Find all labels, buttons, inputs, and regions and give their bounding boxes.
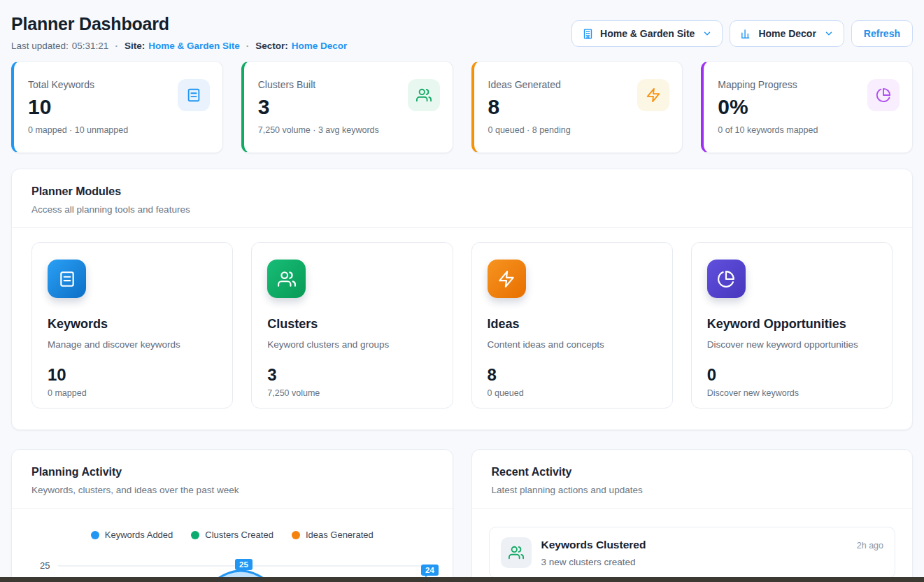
planner-modules-panel: Planner Modules Access all planning tool… (11, 169, 913, 430)
data-point-label: 24 (421, 565, 439, 576)
activity-item-text: Keywords Clustered 2h ago 3 new clusters… (541, 537, 884, 568)
module-description: Keyword clusters and groups (267, 339, 436, 350)
activity-item-title: Keywords Clustered (541, 539, 646, 551)
module-value: 10 (48, 367, 217, 383)
users-icon (408, 79, 440, 111)
site-selector-label: Home & Garden Site (600, 28, 695, 39)
recent-panel-header: Recent Activity Latest planning actions … (472, 450, 913, 508)
pie-chart-icon (707, 260, 746, 298)
chevron-down-icon (702, 29, 712, 38)
module-value: 0 (707, 367, 876, 383)
recent-panel-subtitle: Latest planning actions and updates (492, 484, 893, 496)
site-label: Site: (125, 41, 145, 51)
meta-separator: · (115, 41, 118, 51)
module-card-ideas[interactable]: Ideas Content ideas and concepts 8 0 que… (471, 242, 673, 409)
data-point-label: 25 (235, 559, 253, 570)
stat-card-clusters-built: Clusters Built 3 7,250 volume · 3 avg ke… (241, 61, 453, 153)
module-sub: 7,250 volume (267, 388, 436, 398)
module-value: 8 (488, 367, 657, 383)
module-description: Discover new keyword opportunities (707, 339, 876, 350)
legend-item-clusters-created[interactable]: Clusters Created (191, 530, 273, 540)
module-title: Keyword Opportunities (707, 317, 876, 332)
stat-sub: 7,250 volume · 3 avg keywords (258, 125, 439, 135)
modules-panel-title: Planner Modules (31, 185, 893, 198)
module-card-keyword-opportunities[interactable]: Keyword Opportunities Discover new keywo… (691, 242, 893, 409)
header-left: Planner Dashboard Last updated: 05:31:21… (11, 14, 347, 51)
stat-sub: 0 mapped · 10 unmapped (28, 125, 208, 135)
document-icon (48, 260, 86, 298)
divider (12, 508, 453, 509)
legend-label: Keywords Added (105, 530, 173, 540)
users-icon (501, 537, 532, 568)
legend-label: Ideas Generated (306, 530, 374, 540)
pie-chart-icon (867, 79, 900, 111)
module-description: Content ideas and concepts (488, 339, 657, 350)
header-controls: Home & Garden Site Home Decor Refresh (571, 20, 913, 47)
header-meta: Last updated: 05:31:21 · Site: Home & Ga… (11, 41, 347, 51)
y-axis-tick: 25 (40, 560, 50, 571)
module-title: Ideas (488, 317, 657, 332)
module-description: Manage and discover keywords (48, 339, 217, 350)
legend-dot (191, 531, 199, 539)
module-card-clusters[interactable]: Clusters Keyword clusters and groups 3 7… (251, 242, 453, 409)
recent-activity-panel: Recent Activity Latest planning actions … (471, 449, 914, 582)
meta-separator: · (246, 41, 250, 51)
sector-label: Sector: (255, 41, 288, 51)
module-value: 3 (267, 367, 436, 383)
stats-row: Total Keywords 10 0 mapped · 10 unmapped… (11, 61, 913, 153)
bottom-row: Planning Activity Keywords, clusters, an… (11, 449, 913, 582)
bolt-icon (488, 260, 526, 298)
module-card-keywords[interactable]: Keywords Manage and discover keywords 10… (31, 242, 233, 409)
planning-activity-panel: Planning Activity Keywords, clusters, an… (11, 449, 453, 582)
stat-card-ideas-generated: Ideas Generated 8 0 queued · 8 pending (471, 61, 683, 153)
chart-legend: Keywords Added Clusters Created Ideas Ge… (12, 530, 453, 540)
legend-item-keywords-added[interactable]: Keywords Added (91, 530, 173, 540)
last-updated-label: Last updated: (11, 41, 69, 51)
bolt-icon (637, 79, 669, 111)
activity-panel-subtitle: Keywords, clusters, and ideas over the p… (31, 484, 433, 496)
legend-label: Clusters Created (205, 530, 273, 540)
users-icon (267, 260, 306, 298)
header: Planner Dashboard Last updated: 05:31:21… (11, 0, 913, 51)
legend-dot (292, 531, 300, 539)
building-icon (582, 28, 594, 40)
module-title: Clusters (267, 317, 436, 332)
chevron-down-icon (824, 29, 834, 38)
sector-selector-dropdown[interactable]: Home Decor (730, 20, 844, 47)
activity-item-keywords-clustered: Keywords Clustered 2h ago 3 new clusters… (489, 527, 896, 579)
page-title: Planner Dashboard (11, 14, 347, 34)
bottom-edge-bar (0, 577, 924, 582)
stat-card-mapping-progress: Mapping Progress 0% 0 of 10 keywords map… (701, 61, 913, 153)
recent-panel-title: Recent Activity (492, 465, 893, 478)
sector-selector-label: Home Decor (758, 28, 816, 39)
activity-item-description: 3 new clusters created (541, 557, 884, 567)
modules-grid: Keywords Manage and discover keywords 10… (12, 228, 912, 430)
refresh-button[interactable]: Refresh (851, 20, 913, 47)
legend-dot (91, 531, 99, 539)
module-title: Keywords (48, 317, 217, 332)
site-selector-dropdown[interactable]: Home & Garden Site (571, 20, 723, 47)
planner-dashboard-page: Planner Dashboard Last updated: 05:31:21… (0, 0, 924, 582)
modules-panel-subtitle: Access all planning tools and features (31, 204, 893, 215)
activity-panel-title: Planning Activity (31, 465, 433, 478)
site-link[interactable]: Home & Garden Site (148, 41, 240, 51)
modules-panel-header: Planner Modules Access all planning tool… (12, 169, 912, 227)
document-icon (178, 79, 210, 111)
module-sub: Discover new keywords (707, 388, 876, 398)
bar-chart-icon (740, 28, 752, 40)
legend-item-ideas-generated[interactable]: Ideas Generated (292, 530, 374, 540)
module-sub: 0 mapped (48, 388, 217, 398)
stat-sub: 0 of 10 keywords mapped (718, 125, 898, 135)
module-sub: 0 queued (488, 388, 657, 398)
stat-card-total-keywords: Total Keywords 10 0 mapped · 10 unmapped (11, 61, 223, 153)
stat-sub: 0 queued · 8 pending (488, 125, 669, 135)
sector-link[interactable]: Home Decor (292, 41, 348, 51)
activity-item-timestamp: 2h ago (857, 541, 883, 551)
last-updated-value: 05:31:21 (72, 41, 109, 51)
activity-panel-header: Planning Activity Keywords, clusters, an… (12, 450, 453, 508)
recent-activity-list: Keywords Clustered 2h ago 3 new clusters… (472, 509, 913, 582)
